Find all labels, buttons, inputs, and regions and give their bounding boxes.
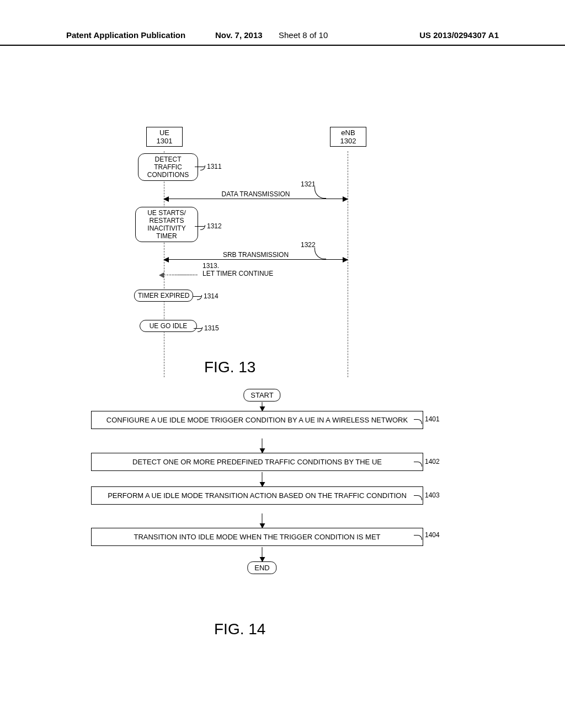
ref-1401: 1401	[425, 415, 440, 423]
leader-1311	[195, 167, 205, 167]
evt-start-timer: UE STARTS/ RESTARTS INACITIVITY TIMER	[135, 207, 198, 242]
sheet-info: Sheet 8 of 10	[279, 30, 328, 40]
arrow-down-icon	[262, 513, 263, 528]
pub-type: Patent Application Publication	[66, 30, 185, 40]
page: Patent Application Publication Nov. 7, 2…	[0, 0, 565, 728]
actor-ue: UE 1301	[146, 127, 183, 147]
start-terminator: START	[243, 389, 280, 402]
actor-enb: eNB 1302	[330, 127, 366, 147]
ref-1321: 1321	[301, 180, 316, 188]
arrow-down-icon	[262, 402, 263, 411]
figure-14: START CONFIGURE A UE IDLE MODE TRIGGER C…	[80, 389, 444, 620]
leader-1314	[193, 296, 201, 297]
ref-1315: 1315	[204, 324, 219, 332]
evt-detect-traffic: DETECT TRAFFIC CONDITIONS	[138, 153, 198, 181]
fig14-caption: FIG. 14	[214, 620, 265, 638]
step-1404: TRANSITION INTO IDLE MODE WHEN THE TRIGG…	[91, 528, 423, 546]
ref-1312: 1312	[207, 222, 222, 230]
ref-1404: 1404	[425, 531, 440, 539]
step-1402: DETECT ONE OR MORE PREDEFINED TRAFFIC CO…	[91, 453, 423, 471]
evt-go-idle: UE GO IDLE	[140, 320, 197, 332]
lifeline-enb	[348, 151, 348, 377]
msg-data-transmission: DATA TRANSMISSION	[164, 199, 348, 199]
page-header: Patent Application Publication Nov. 7, 2…	[0, 30, 565, 46]
ref-1314: 1314	[204, 292, 218, 300]
arrow-left-dashed-icon	[159, 272, 164, 278]
arrow-down-icon	[262, 472, 263, 486]
pub-number: US 2013/0294307 A1	[419, 30, 499, 40]
self-return-dashed	[164, 265, 198, 275]
ref-1322: 1322	[301, 241, 316, 249]
ref-1311: 1311	[207, 163, 222, 170]
note-1313: 1313. LET TIMER CONTINUE	[202, 262, 273, 277]
lifeline-ue	[164, 151, 164, 377]
arrow-down-icon	[262, 547, 263, 561]
end-terminator: END	[247, 561, 276, 574]
leader-1312	[195, 226, 205, 227]
ref-1402: 1402	[425, 458, 440, 465]
pub-date: Nov. 7, 2013	[215, 30, 263, 40]
msg-srb-transmission: SRB TRANSMISSION	[164, 259, 348, 260]
evt-timer-expired: TIMER EXPIRED	[134, 290, 193, 302]
ref-1403: 1403	[425, 491, 440, 499]
step-1403: PERFORM A UE IDLE MODE TRANSITION ACTION…	[91, 486, 423, 505]
figure-13: UE 1301 eNB 1302 DETECT TRAFFIC CONDITIO…	[130, 127, 400, 381]
leader-1315	[194, 328, 202, 329]
self-return-bottom	[164, 275, 197, 275]
fig13-caption: FIG. 13	[204, 358, 255, 376]
arrow-down-icon	[262, 438, 263, 453]
step-1401: CONFIGURE A UE IDLE MODE TRIGGER CONDITI…	[91, 411, 423, 429]
